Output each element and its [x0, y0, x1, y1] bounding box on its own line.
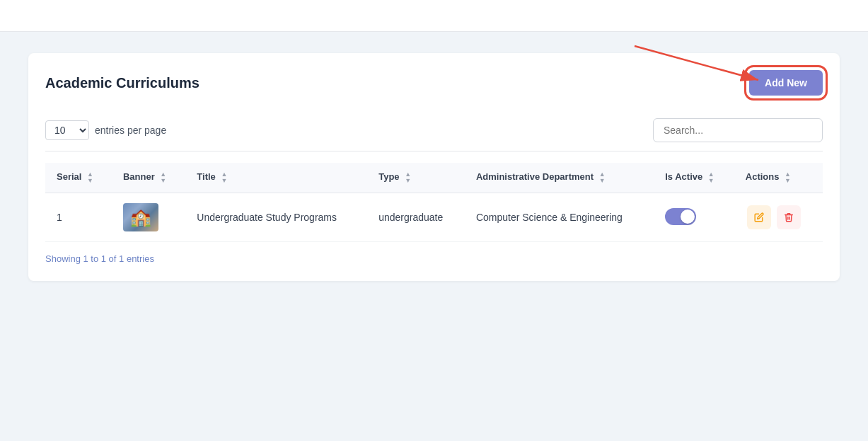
toggle-thumb — [681, 210, 695, 224]
is-active-toggle[interactable] — [665, 208, 696, 225]
col-admin-dept: Administrative Department ▲▼ — [465, 163, 654, 193]
col-banner: Banner ▲▼ — [112, 163, 185, 193]
col-serial: Serial ▲▼ — [45, 163, 112, 193]
toggle-track — [665, 208, 696, 225]
sort-banner-icon[interactable]: ▲▼ — [160, 171, 166, 184]
col-title: Title ▲▼ — [185, 163, 367, 193]
header-row: Serial ▲▼ Banner ▲▼ Title — [45, 163, 823, 193]
search-input[interactable] — [653, 118, 823, 142]
col-is-active: Is Active ▲▼ — [654, 163, 734, 193]
entries-label: entries per page — [95, 125, 166, 136]
delete-button[interactable] — [777, 205, 801, 229]
entries-control: 10 25 50 100 entries per page — [45, 120, 166, 140]
cell-type: undergraduate — [367, 193, 465, 242]
sort-dept-icon[interactable]: ▲▼ — [599, 171, 606, 184]
main-card: Academic Curriculums Add New 10 25 50 10… — [28, 53, 840, 281]
table-row: 1 Undergraduate Study Programs undergrad… — [45, 193, 823, 242]
cell-actions — [734, 193, 823, 242]
cell-banner — [112, 193, 185, 242]
card-header: Academic Curriculums Add New — [45, 70, 823, 96]
edit-button[interactable] — [747, 205, 771, 229]
cell-serial: 1 — [45, 193, 112, 242]
col-actions: Actions ▲▼ — [734, 163, 823, 193]
sort-title-icon[interactable]: ▲▼ — [221, 171, 227, 184]
page-title: Academic Curriculums — [45, 75, 199, 91]
col-type: Type ▲▼ — [367, 163, 465, 193]
top-bar — [0, 0, 868, 32]
sort-serial-icon[interactable]: ▲▼ — [87, 171, 93, 184]
sort-active-icon[interactable]: ▲▼ — [708, 171, 714, 184]
entries-per-page-select[interactable]: 10 25 50 100 — [45, 120, 89, 140]
delete-icon — [784, 212, 794, 222]
table-header: Serial ▲▼ Banner ▲▼ Title — [45, 163, 823, 193]
showing-entries-text: Showing 1 to 1 of 1 entries — [45, 253, 823, 264]
main-content: Academic Curriculums Add New 10 25 50 10… — [0, 32, 868, 302]
table-controls: 10 25 50 100 entries per page — [45, 110, 823, 151]
page-wrapper: Academic Curriculums Add New 10 25 50 10… — [0, 0, 868, 302]
cell-title: Undergraduate Study Programs — [185, 193, 367, 242]
edit-icon — [754, 212, 764, 222]
banner-image — [123, 203, 158, 231]
cell-admin-dept: Computer Science & Engineering — [465, 193, 654, 242]
curriculums-table: Serial ▲▼ Banner ▲▼ Title — [45, 163, 823, 242]
add-new-button[interactable]: Add New — [749, 70, 823, 96]
table-body: 1 Undergraduate Study Programs undergrad… — [45, 193, 823, 242]
sort-type-icon[interactable]: ▲▼ — [405, 171, 411, 184]
sort-actions-icon[interactable]: ▲▼ — [785, 171, 791, 184]
cell-is-active — [654, 193, 734, 242]
